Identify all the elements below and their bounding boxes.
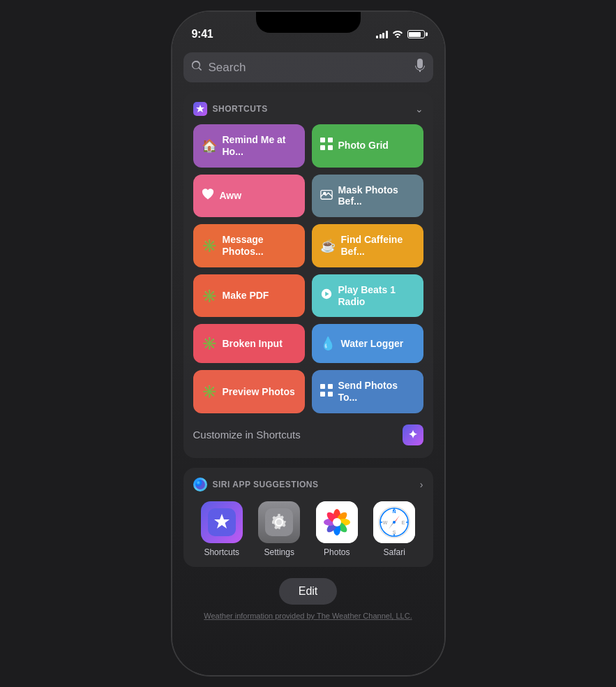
app-item-safari[interactable]: N S E W Safari [373, 501, 415, 557]
svg-rect-0 [320, 138, 325, 142]
siri-header-left: SIRI APP SUGGESTIONS [193, 478, 319, 492]
broken-input-icon: ✳️ [202, 336, 217, 351]
siri-chevron-icon[interactable]: › [420, 479, 423, 490]
battery-fill [409, 32, 421, 37]
safari-app-icon-wrap: N S E W [373, 501, 415, 543]
edit-button[interactable]: Edit [279, 578, 338, 605]
settings-app-icon-wrap [258, 501, 300, 543]
svg-text:W: W [383, 520, 388, 525]
photos-app-label: Photos [324, 547, 350, 557]
shortcuts-section-icon [193, 102, 207, 116]
svg-rect-9 [328, 392, 333, 397]
find-caffeine-icon: ☕ [320, 238, 336, 253]
signal-icon [376, 30, 388, 38]
shortcuts-grid: 🏠 Remind Me at Ho... Photo Gr [193, 124, 423, 413]
photo-grid-icon [320, 138, 333, 154]
shortcut-play-beats[interactable]: Play Beats 1 Radio [312, 274, 423, 318]
shortcut-preview-photos[interactable]: ✳️ Preview Photos [193, 370, 305, 413]
svg-point-26 [393, 521, 396, 524]
svg-point-10 [195, 480, 205, 489]
phone-frame: 9:41 [172, 12, 444, 675]
message-photos-icon: ✳️ [202, 238, 217, 253]
battery-icon [407, 30, 425, 38]
preview-photos-icon: ✳️ [202, 384, 217, 399]
app-item-shortcuts[interactable]: Shortcuts [201, 501, 243, 557]
siri-suggestions-widget: SIRI APP SUGGESTIONS › [183, 468, 433, 567]
message-photos-label: Message Photos... [223, 234, 296, 258]
shortcut-mask-photos[interactable]: Mask Photos Bef... [312, 175, 423, 218]
notch [256, 12, 361, 33]
siri-header: SIRI APP SUGGESTIONS › [193, 478, 423, 492]
preview-photos-label: Preview Photos [223, 386, 295, 398]
status-time: 9:41 [192, 28, 213, 40]
weather-footer: Weather information provided by The Weat… [183, 612, 433, 634]
shortcut-photo-grid[interactable]: Photo Grid [312, 124, 423, 168]
shortcuts-header: SHORTCUTS ⌄ [193, 102, 423, 116]
shortcuts-header-left: SHORTCUTS [193, 102, 268, 116]
water-logger-label: Water Logger [341, 338, 404, 350]
search-icon [192, 61, 203, 75]
aww-label: Aww [220, 190, 242, 202]
play-beats-icon [320, 288, 333, 304]
shortcuts-app-label: Shortcuts [204, 547, 239, 557]
settings-app-label: Settings [264, 547, 294, 557]
shortcuts-section-title: SHORTCUTS [213, 104, 268, 114]
send-photos-icon [320, 384, 333, 400]
edit-section: Edit [183, 578, 433, 605]
svg-point-22 [333, 518, 341, 526]
remind-home-icon: 🏠 [202, 138, 217, 154]
status-icons [376, 29, 425, 40]
shortcut-aww[interactable]: Aww [193, 175, 305, 218]
make-pdf-label: Make PDF [223, 290, 269, 302]
shortcuts-widget: SHORTCUTS ⌄ 🏠 Remind Me at Ho... [183, 92, 433, 458]
water-logger-icon: 💧 [320, 336, 336, 351]
wifi-icon [392, 29, 403, 40]
shortcut-broken-input[interactable]: ✳️ Broken Input [193, 324, 305, 363]
safari-app-label: Safari [384, 547, 405, 557]
app-item-photos[interactable]: Photos [316, 501, 358, 557]
play-beats-label: Play Beats 1 Radio [338, 284, 415, 308]
svg-rect-8 [320, 392, 325, 397]
send-photos-label: Send Photos To... [338, 380, 415, 404]
shortcut-message-photos[interactable]: ✳️ Message Photos... [193, 224, 305, 267]
search-placeholder: Search [209, 61, 415, 75]
shortcut-water-logger[interactable]: 💧 Water Logger [312, 324, 423, 363]
svg-rect-3 [328, 145, 333, 150]
mic-icon[interactable] [415, 59, 425, 76]
mask-photos-icon [320, 189, 333, 203]
siri-icon [193, 478, 207, 492]
customize-label: Customize in Shortcuts [193, 429, 301, 441]
phone-screen: 9:41 [172, 12, 444, 675]
remind-home-label: Remind Me at Ho... [223, 134, 296, 158]
make-pdf-icon: ✳️ [202, 288, 217, 304]
find-caffeine-label: Find Caffeine Bef... [341, 234, 415, 258]
svg-text:N: N [393, 509, 396, 514]
svg-rect-2 [320, 145, 325, 150]
shortcuts-app-icon: ✦ [403, 424, 423, 445]
shortcut-make-pdf[interactable]: ✳️ Make PDF [193, 274, 305, 318]
scroll-area[interactable]: Search SHORTCUTS [172, 47, 444, 675]
svg-rect-7 [328, 384, 333, 389]
svg-text:S: S [393, 530, 396, 535]
svg-rect-6 [320, 384, 325, 389]
aww-icon [202, 188, 214, 204]
mask-photos-label: Mask Photos Bef... [338, 184, 415, 208]
svg-text:E: E [402, 520, 405, 525]
shortcut-remind-home[interactable]: 🏠 Remind Me at Ho... [193, 124, 305, 168]
app-item-settings[interactable]: Settings [258, 501, 300, 557]
customize-bar[interactable]: Customize in Shortcuts ✦ [193, 422, 423, 448]
shortcut-send-photos[interactable]: Send Photos To... [312, 370, 423, 413]
photo-grid-label: Photo Grid [338, 140, 389, 152]
broken-input-label: Broken Input [223, 338, 283, 350]
siri-section-title: SIRI APP SUGGESTIONS [213, 480, 319, 489]
shortcuts-app-icon-wrap [201, 501, 243, 543]
shortcuts-chevron-icon[interactable]: ⌄ [415, 103, 423, 114]
search-bar[interactable]: Search [183, 52, 433, 82]
shortcut-find-caffeine[interactable]: ☕ Find Caffeine Bef... [312, 224, 423, 267]
photos-app-icon-wrap [316, 501, 358, 543]
app-suggestions-grid: Shortcuts [193, 501, 423, 557]
svg-rect-1 [328, 138, 333, 142]
